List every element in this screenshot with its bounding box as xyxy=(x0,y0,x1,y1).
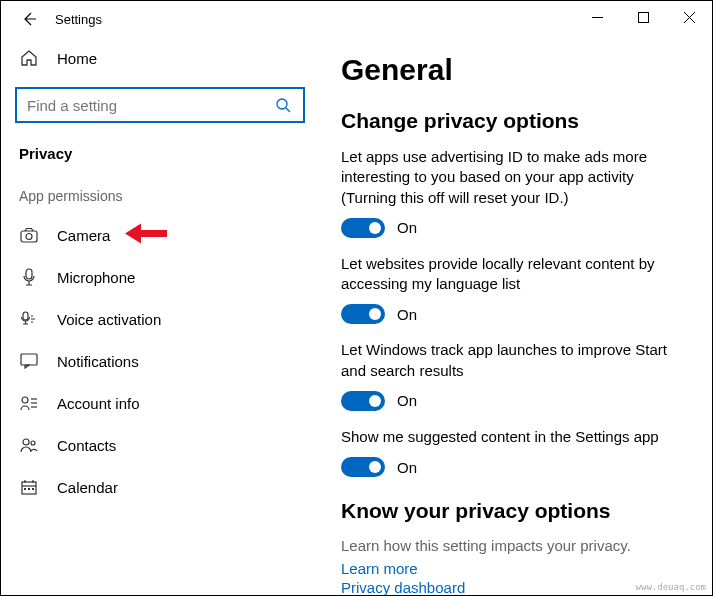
svg-line-5 xyxy=(286,108,290,112)
highlight-arrow-icon xyxy=(125,222,167,249)
svg-rect-9 xyxy=(23,312,28,320)
toggle-state: On xyxy=(397,392,417,409)
sidebar-item-label: Calendar xyxy=(57,479,118,496)
notifications-icon xyxy=(19,351,39,371)
svg-point-4 xyxy=(277,99,287,109)
close-button[interactable] xyxy=(666,1,712,33)
toggle-language[interactable] xyxy=(341,304,385,324)
sidebar-item-label: Account info xyxy=(57,395,140,412)
toggle-state: On xyxy=(397,459,417,476)
know-subtext: Learn how this setting impacts your priv… xyxy=(341,537,690,554)
toggle-desc-suggested: Show me suggested content in the Setting… xyxy=(341,427,690,447)
sidebar-item-label: Voice activation xyxy=(57,311,161,328)
window-title: Settings xyxy=(55,12,102,27)
sidebar-category: Privacy xyxy=(15,137,305,180)
toggle-desc-language: Let websites provide locally relevant co… xyxy=(341,254,690,295)
nav-home[interactable]: Home xyxy=(15,37,305,79)
section-heading: Change privacy options xyxy=(341,109,690,133)
svg-rect-1 xyxy=(638,12,648,22)
watermark: www.deuaq.com xyxy=(636,582,706,592)
toggle-state: On xyxy=(397,306,417,323)
contacts-icon xyxy=(19,435,39,455)
microphone-icon xyxy=(19,267,39,287)
account-info-icon xyxy=(19,393,39,413)
sidebar-item-label: Notifications xyxy=(57,353,139,370)
voice-activation-icon xyxy=(19,309,39,329)
svg-rect-6 xyxy=(21,231,37,242)
svg-rect-22 xyxy=(28,488,30,490)
sidebar-item-microphone[interactable]: Microphone xyxy=(15,256,305,298)
sidebar-item-label: Camera xyxy=(57,227,110,244)
sidebar-item-contacts[interactable]: Contacts xyxy=(15,424,305,466)
sidebar-item-label: Contacts xyxy=(57,437,116,454)
minimize-button[interactable] xyxy=(574,1,620,33)
calendar-icon xyxy=(19,477,39,497)
page-title: General xyxy=(341,53,690,87)
learn-more-link[interactable]: Learn more xyxy=(341,560,690,577)
search-input[interactable] xyxy=(27,97,265,114)
sidebar-section-label: App permissions xyxy=(15,180,305,214)
camera-icon xyxy=(19,225,39,245)
svg-rect-8 xyxy=(26,269,32,279)
sidebar-item-notifications[interactable]: Notifications xyxy=(15,340,305,382)
svg-rect-23 xyxy=(32,488,34,490)
svg-point-15 xyxy=(23,439,29,445)
home-icon xyxy=(19,48,39,68)
search-icon xyxy=(273,95,293,115)
svg-rect-10 xyxy=(21,354,37,365)
svg-point-11 xyxy=(22,397,28,403)
svg-point-7 xyxy=(26,234,32,240)
toggle-suggested[interactable] xyxy=(341,457,385,477)
sidebar-item-camera[interactable]: Camera xyxy=(15,214,305,256)
sidebar-item-calendar[interactable]: Calendar xyxy=(15,466,305,508)
know-heading: Know your privacy options xyxy=(341,499,690,523)
toggle-advertising[interactable] xyxy=(341,218,385,238)
svg-point-16 xyxy=(31,441,35,445)
toggle-tracking[interactable] xyxy=(341,391,385,411)
toggle-desc-advertising: Let apps use advertising ID to make ads … xyxy=(341,147,690,208)
nav-home-label: Home xyxy=(57,50,97,67)
toggle-desc-tracking: Let Windows track app launches to improv… xyxy=(341,340,690,381)
sidebar-item-label: Microphone xyxy=(57,269,135,286)
svg-rect-21 xyxy=(24,488,26,490)
sidebar-item-account-info[interactable]: Account info xyxy=(15,382,305,424)
toggle-state: On xyxy=(397,219,417,236)
search-input-container[interactable] xyxy=(15,87,305,123)
maximize-button[interactable] xyxy=(620,1,666,33)
sidebar-item-voice-activation[interactable]: Voice activation xyxy=(15,298,305,340)
back-button[interactable] xyxy=(15,5,43,33)
